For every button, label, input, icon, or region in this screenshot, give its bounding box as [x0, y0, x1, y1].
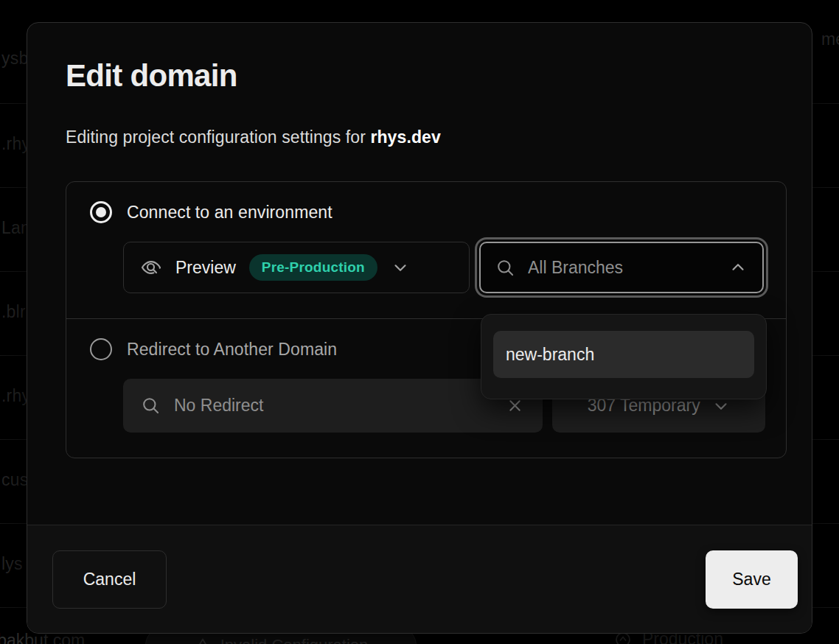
- redirect-target-input[interactable]: [174, 396, 492, 416]
- radio-dot: [96, 207, 106, 217]
- preview-eye-icon: [140, 256, 162, 279]
- subtitle-text: Editing project configuration settings f…: [66, 127, 370, 147]
- search-icon: [141, 396, 161, 416]
- background-domain-fragment: ysb: [1, 49, 28, 69]
- redirect-radio-label: Redirect to Another Domain: [127, 340, 337, 360]
- background-domain-fragment: cus: [1, 470, 28, 490]
- connect-environment-section: Connect to an environment Preview Pre-Pr…: [66, 182, 786, 318]
- background-domain-fragment: lys: [1, 554, 23, 574]
- branch-dropdown: new-branch: [481, 314, 767, 399]
- background-domain-fragment: .blr: [1, 302, 26, 322]
- status-badge-label: Invalid Configuration: [220, 636, 369, 644]
- branch-search-input[interactable]: [528, 258, 716, 278]
- background-domain-fragment: me: [821, 29, 839, 49]
- redirect-radio[interactable]: [90, 338, 112, 360]
- dialog-body: Edit domain Editing project configuratio…: [27, 23, 812, 525]
- domain-configuration-group: Connect to an environment Preview Pre-Pr…: [66, 181, 787, 458]
- dialog-footer: Cancel Save: [27, 525, 812, 633]
- redirect-target-field[interactable]: [123, 379, 543, 433]
- dialog-subtitle: Editing project configuration settings f…: [66, 127, 787, 147]
- dialog-title: Edit domain: [66, 58, 787, 94]
- edit-domain-dialog: Edit domain Editing project configuratio…: [27, 22, 812, 634]
- subtitle-domain: rhys.dev: [370, 127, 440, 147]
- search-icon: [495, 258, 515, 278]
- branch-option[interactable]: new-branch: [493, 331, 754, 378]
- warning-icon: [194, 637, 212, 644]
- connect-environment-radio-label: Connect to an environment: [127, 203, 333, 223]
- screen: ysb .rhy Lan .blr .rhy cus lys me jibakb…: [0, 0, 839, 644]
- connect-environment-radio[interactable]: [90, 201, 112, 223]
- environment-select[interactable]: Preview Pre-Production: [123, 242, 470, 293]
- chevron-up-icon: [728, 258, 748, 277]
- cancel-button[interactable]: Cancel: [52, 550, 167, 609]
- pre-production-badge: Pre-Production: [249, 254, 377, 281]
- save-button[interactable]: Save: [706, 550, 798, 609]
- environment-select-value: Preview: [175, 258, 236, 278]
- chevron-down-icon: [391, 258, 410, 277]
- branch-combobox[interactable]: [479, 242, 764, 293]
